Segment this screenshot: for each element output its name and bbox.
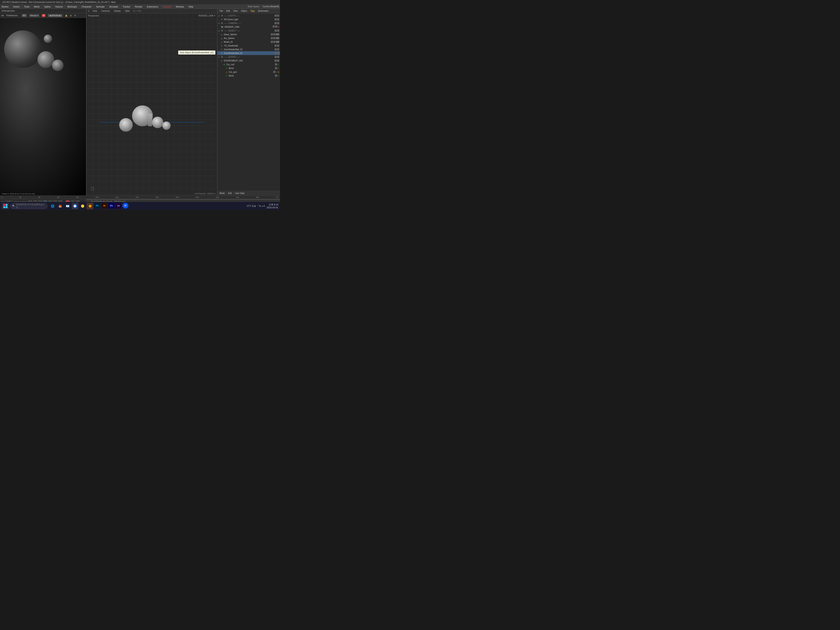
vp-menu-cameras[interactable]: Cameras (100, 9, 111, 12)
taskbar-app-yellow[interactable]: 🟡 (79, 203, 86, 209)
rv-menu-preferences[interactable]: Preferences (6, 14, 18, 17)
rv-render-btn[interactable]: ◀ Render ▶ (48, 14, 63, 17)
model-01-item[interactable]: △ Model_01 ☑ ☑ (218, 40, 280, 44)
render-view-header: ft RenderView (0, 9, 86, 13)
taskbar-app-mail[interactable]: 📧 (64, 203, 71, 209)
rv-grid-icon: ⊞ (70, 14, 72, 17)
scene-edit[interactable]: Edit (226, 9, 231, 12)
alu-sphere-icons: ☑ ☑ (271, 37, 280, 39)
enviroment-v04-item[interactable]: ⬡ ENVIROMENT_V04 ☑ ☑ (218, 59, 280, 63)
menu-modes[interactable]: Modes (1, 5, 9, 8)
search-icon: 🔍 (12, 205, 15, 207)
taskbar-app-me[interactable]: Me (108, 203, 115, 208)
menu-tools[interactable]: Tools (23, 5, 30, 8)
bend2-icons: ☑ ✓ (275, 74, 280, 77)
viewport-canvas[interactable]: Perspective RENDER_CAM ✦ Z Y ↗ X Grid Sp… (87, 13, 217, 196)
taskbar-app-chrome[interactable] (72, 203, 78, 209)
menu-animate[interactable]: Animate (95, 5, 106, 8)
menu-spline[interactable]: Spline (43, 5, 52, 8)
scene-file[interactable]: File (219, 9, 224, 12)
render-cam-icons: ☑ ☑ ● (273, 25, 280, 28)
attr-user-data[interactable]: User Data (234, 192, 245, 194)
enviro-sep-icons: ☑ ☑ (275, 56, 280, 58)
title-text: .110 (RC) (Student License - Non-Commerc… (2, 1, 116, 4)
vp-menu-view[interactable]: View (92, 9, 98, 12)
bend-2-label: Bend (229, 74, 234, 77)
bend-1-item[interactable]: ↩ Bend ☑ ✓ (218, 66, 280, 70)
menu-tracker[interactable]: Tracker (122, 5, 131, 8)
render-sphere-large (4, 30, 42, 68)
svg-point-2 (74, 205, 76, 207)
ruler-80: 80 (76, 196, 78, 198)
menu-redshift[interactable]: Redshift (162, 5, 172, 8)
taskbar-app-ai[interactable]: Ai (101, 203, 107, 208)
search-placeholder-text: 검색하려면 여기에 입력하십시오. (16, 203, 45, 209)
vis-icon[interactable]: ☑ (275, 14, 277, 17)
vp-sphere-2 (152, 117, 163, 128)
ruler-180: 180 (175, 196, 179, 198)
scene-tags[interactable]: Tags (249, 9, 256, 12)
taskbar-app-edge[interactable]: 🌐 (49, 203, 56, 209)
extra-shaderball-02-item[interactable]: ⬡ ExtraShaderBall_02 ☑ ☑ (218, 47, 280, 51)
extra-shaderball-01-item[interactable]: ⬡ ExtraShaderBall_01 ☑ ☑ (218, 51, 280, 55)
attr-edit[interactable]: Edit (227, 192, 232, 194)
bend-2-item[interactable]: ↩ Bend ☑ ✓ (218, 74, 280, 77)
null-icon: ⊕ (223, 63, 225, 66)
rv-beauty-btn[interactable]: Beauty ▾ (29, 14, 39, 17)
lights-separator: ▶ ----- LIGHTS ----- ☑ ☑ (218, 14, 280, 17)
taskbar-app-ae[interactable]: Ae (115, 203, 122, 208)
menu-mesh[interactable]: Mesh (33, 5, 40, 8)
ruler-end: 0 F (276, 196, 279, 198)
scene-bookmarks[interactable]: Bookmarks (257, 9, 269, 12)
glass-sphere-label: Glass_Sphere (224, 33, 237, 36)
vp-menu-display[interactable]: Display (113, 9, 122, 12)
rv-menu-ew[interactable]: ew (1, 14, 4, 17)
scene-view[interactable]: View (232, 9, 238, 12)
alu-sphere-item[interactable]: △ Alu_Sphere ☑ ☑ (218, 36, 280, 40)
ruler-100: 100 (95, 196, 98, 198)
menu-select[interactable]: Select (12, 5, 21, 8)
vp-menu-optic[interactable]: Optic (124, 9, 131, 12)
enviro-folder-icon (221, 56, 223, 58)
attr-mode[interactable]: Mode (219, 192, 226, 194)
ys-shaderball-label: YS_Shaderball (224, 44, 238, 47)
taskbar-search[interactable]: 🔍 검색하려면 여기에 입력하십시오. (10, 203, 47, 209)
taskbar-app-web[interactable]: W (123, 203, 128, 208)
bend1-icons: ☑ ✓ (275, 67, 280, 69)
menu-window[interactable]: Window (175, 5, 185, 8)
title-bar: .110 (RC) (Student License - Non-Commerc… (0, 0, 280, 5)
menu-bar: Modes Select Tools Mesh Spline Volume Mo… (0, 5, 280, 9)
model-01-label: Model_01 (224, 41, 233, 43)
rv-rt-btn[interactable]: RT (22, 14, 27, 17)
shaderball-icon: ⬡ (221, 44, 223, 47)
glass-sphere-item[interactable]: △ Glass_Sphere ☑ ☑ (218, 33, 280, 36)
cyc-geo-item[interactable]: △ Cyc_geo ☑ ✓ ● (218, 70, 280, 74)
enviro-sep-label: ----- ENVIRO ----- (224, 56, 240, 58)
menu-extensions[interactable]: Extensions (146, 5, 159, 8)
menu-simulate[interactable]: Simulate (108, 5, 119, 8)
menu-character[interactable]: Character (81, 5, 92, 8)
lights-label: ----- LIGHTS ----- (224, 14, 240, 17)
taskbar-app-c4d[interactable]: 🔶 (87, 203, 93, 209)
rs-dome-light-item[interactable]: ☀ RS Dome Light ☑ ☑ (218, 17, 280, 21)
model-icons: ☑ ☑ (271, 41, 280, 43)
taskbar-app-ie[interactable]: 🦊 (57, 203, 63, 209)
scene-tree: ▶ ----- LIGHTS ----- ☑ ☑ ☀ RS Dome Light… (218, 13, 280, 191)
render-cam-item[interactable]: 📷 RENDER_CAM ☑ ☑ ● (218, 25, 280, 29)
render-icon[interactable]: ☑ (277, 14, 279, 17)
cam-active-icon: ● (278, 25, 279, 28)
menu-help[interactable]: Help (188, 5, 194, 8)
main-layout: ft RenderView ew Preferences RT Beauty ▾… (0, 9, 280, 196)
scene-object[interactable]: Object (240, 9, 248, 12)
menu-mograph[interactable]: MoGraph (66, 5, 78, 8)
menu-volume[interactable]: Volume (54, 5, 64, 8)
taskbar-app-ps[interactable]: Ps (94, 203, 100, 208)
ys-shaderball-item[interactable]: ⬡ YS_Shaderball ☑ ☑ (218, 44, 280, 47)
rv-r-btn[interactable]: R (42, 14, 46, 17)
menu-render[interactable]: Render (134, 5, 143, 8)
cyc-null-item[interactable]: ⊕ Cyc_null ☑ ✓ (218, 63, 280, 66)
enviro-separator: ▶ ----- ENVIRO ----- ☑ ☑ (218, 55, 280, 59)
windows-logo (3, 204, 8, 208)
start-button[interactable] (2, 203, 9, 209)
object-folder-icon (221, 30, 223, 32)
